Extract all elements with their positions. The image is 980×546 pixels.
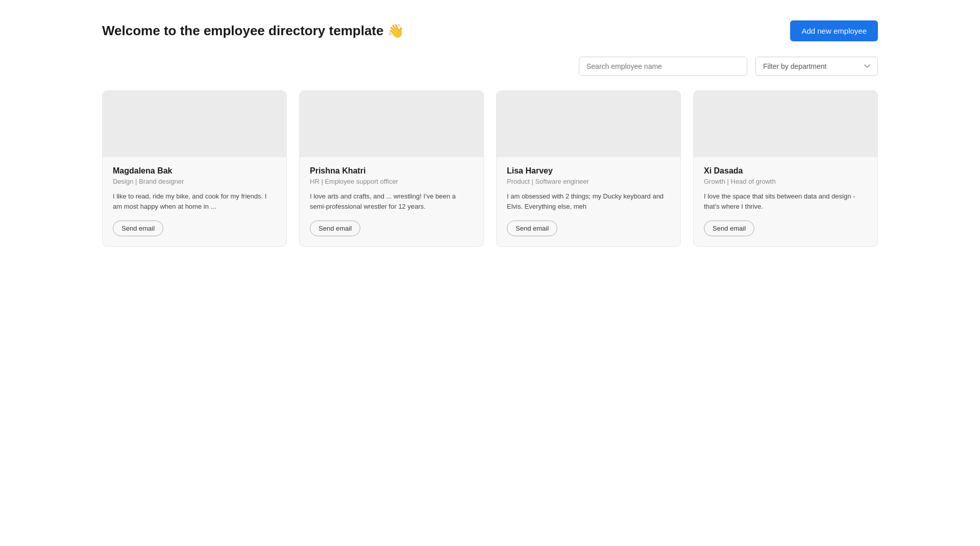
employee-avatar-placeholder bbox=[103, 91, 286, 157]
card-body: Xi Dasada Growth | Head of growth I love… bbox=[694, 157, 877, 246]
employee-avatar-placeholder bbox=[694, 91, 877, 157]
employee-card: Magdalena Bak Design | Brand designer I … bbox=[102, 90, 287, 247]
employee-name: Xi Dasada bbox=[704, 166, 867, 176]
search-input[interactable] bbox=[579, 57, 747, 76]
employee-name: Lisa Harvey bbox=[507, 166, 670, 176]
send-email-button[interactable]: Send email bbox=[507, 220, 557, 236]
employee-cards-grid: Magdalena Bak Design | Brand designer I … bbox=[102, 90, 878, 247]
employee-bio: I like to read, ride my bike, and cook f… bbox=[113, 191, 276, 211]
employee-card: Lisa Harvey Product | Software engineer … bbox=[496, 90, 681, 247]
department-filter-select[interactable]: Filter by department Design HR Product G… bbox=[755, 57, 878, 76]
employee-bio: I am obsessed with 2 things; my Ducky ke… bbox=[507, 191, 670, 211]
employee-bio: I love arts and crafts, and ... wrestlin… bbox=[310, 191, 473, 211]
employee-name: Magdalena Bak bbox=[113, 166, 276, 176]
send-email-button[interactable]: Send email bbox=[310, 220, 360, 236]
employee-department: HR | Employee support officer bbox=[310, 178, 473, 185]
employee-card: Xi Dasada Growth | Head of growth I love… bbox=[693, 90, 878, 247]
employee-card: Prishna Khatri HR | Employee support off… bbox=[299, 90, 484, 247]
page-title: Welcome to the employee directory templa… bbox=[102, 23, 404, 39]
employee-department: Design | Brand designer bbox=[113, 178, 276, 185]
employee-avatar-placeholder bbox=[300, 91, 483, 157]
send-email-button[interactable]: Send email bbox=[113, 220, 163, 236]
send-email-button[interactable]: Send email bbox=[704, 220, 754, 236]
employee-avatar-placeholder bbox=[497, 91, 680, 157]
card-body: Lisa Harvey Product | Software engineer … bbox=[497, 157, 680, 246]
add-new-employee-button[interactable]: Add new employee bbox=[790, 20, 878, 41]
card-body: Magdalena Bak Design | Brand designer I … bbox=[103, 157, 286, 246]
header-row: Welcome to the employee directory templa… bbox=[102, 20, 878, 41]
employee-bio: I love the space that sits between data … bbox=[704, 191, 867, 211]
employee-name: Prishna Khatri bbox=[310, 166, 473, 176]
card-body: Prishna Khatri HR | Employee support off… bbox=[300, 157, 483, 246]
controls-row: Filter by department Design HR Product G… bbox=[102, 57, 878, 76]
employee-department: Growth | Head of growth bbox=[704, 178, 867, 185]
employee-department: Product | Software engineer bbox=[507, 178, 670, 185]
